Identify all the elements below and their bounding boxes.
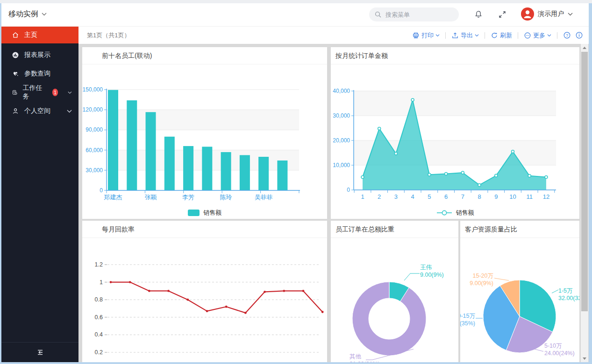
- panel-top10-employees-bar-chart: 前十名员工(联动) 150,000120,00090,00060,00030,0…: [82, 47, 327, 219]
- bar-1[interactable]: [127, 100, 137, 190]
- svg-text:8: 8: [478, 193, 481, 200]
- search-input[interactable]: [385, 11, 452, 19]
- scroll-up-arrow[interactable]: [581, 44, 588, 51]
- svg-text:1: 1: [100, 279, 103, 286]
- data-point-7[interactable]: [478, 183, 481, 186]
- data-point-5[interactable]: [206, 310, 208, 312]
- panel-employee-order-share-donut-chart: 员工订单在总额比重 王伟 9.00(9%) 其他 91.00(91%): [331, 221, 458, 362]
- svg-text:12: 12: [543, 193, 549, 200]
- data-point-10[interactable]: [528, 175, 531, 177]
- sidebar-item-reports[interactable]: 报表展示: [1, 46, 78, 64]
- data-point-3[interactable]: [411, 98, 414, 101]
- window-top-edge: [0, 0, 592, 3]
- refresh-button[interactable]: 刷新: [491, 31, 512, 40]
- search-box[interactable]: [369, 7, 459, 21]
- area-chart-svg[interactable]: 40,00030,00020,00010,0000123456789101112: [331, 64, 579, 219]
- data-point-8[interactable]: [264, 291, 266, 293]
- panel-monthly-order-amount-area-chart: 按月统计订单金额 40,00030,00020,00010,0000123456…: [331, 47, 579, 219]
- svg-text:5: 5: [428, 193, 431, 200]
- data-point-10[interactable]: [302, 290, 305, 292]
- pie-label-10-15: 10-15万 35.00(35%): [460, 312, 475, 327]
- bar-6[interactable]: [221, 152, 231, 190]
- data-point-0[interactable]: [110, 281, 112, 283]
- chart-title: 前十名员工(联动): [82, 47, 327, 64]
- report-icon: [12, 51, 19, 59]
- help-button[interactable]: ?: [563, 31, 571, 39]
- export-icon: [451, 32, 459, 39]
- data-point-5[interactable]: [445, 173, 448, 175]
- data-point-3[interactable]: [167, 290, 170, 292]
- app-title[interactable]: 移动实例: [8, 9, 47, 19]
- data-point-0[interactable]: [361, 175, 364, 178]
- data-point-11[interactable]: [321, 311, 324, 313]
- fullscreen-icon[interactable]: [498, 10, 506, 21]
- chevron-down-icon: [42, 13, 47, 16]
- donut-chart-svg[interactable]: [331, 238, 458, 362]
- sidebar-item-home[interactable]: 主页: [1, 27, 78, 43]
- more-button[interactable]: 更多: [524, 31, 551, 40]
- sidebar-item-param-query[interactable]: 参数查询: [1, 64, 78, 83]
- data-point-11[interactable]: [545, 175, 548, 178]
- donut-label-other: 其他 91.00(91%): [349, 353, 380, 362]
- bar-chart-legend[interactable]: 销售额: [82, 209, 327, 217]
- data-point-2[interactable]: [148, 290, 150, 292]
- collapse-sidebar-button[interactable]: [1, 342, 78, 362]
- data-point-6[interactable]: [225, 306, 228, 308]
- svg-text:30,000: 30,000: [333, 112, 350, 119]
- svg-text:3: 3: [394, 193, 398, 200]
- info-button[interactable]: [575, 31, 583, 39]
- data-point-1[interactable]: [129, 281, 131, 283]
- bar-chart-svg[interactable]: 150,000120,00090,00060,00030,0000郑建杰张颖李芳…: [82, 64, 327, 219]
- data-point-1[interactable]: [378, 127, 381, 130]
- export-button[interactable]: 导出: [451, 31, 479, 40]
- bar-5[interactable]: [202, 147, 212, 190]
- bar-7[interactable]: [240, 155, 250, 190]
- bar-3[interactable]: [164, 137, 175, 190]
- svg-text:10: 10: [509, 193, 516, 200]
- chevron-down-icon[interactable]: [68, 91, 72, 94]
- data-point-4[interactable]: [428, 173, 431, 176]
- chart-title: 每月回款率: [82, 221, 327, 238]
- line-chart-svg[interactable]: 1.210.80.60.40.2: [82, 238, 327, 362]
- svg-text:0.8: 0.8: [95, 296, 103, 303]
- data-point-7[interactable]: [244, 312, 247, 314]
- dashboard-content: 前十名员工(联动) 150,000120,00090,00060,00030,0…: [78, 44, 589, 362]
- task-count-badge: 1: [52, 89, 58, 96]
- bar-4[interactable]: [183, 146, 193, 190]
- data-point-9[interactable]: [511, 150, 514, 153]
- svg-text:20,000: 20,000: [333, 137, 350, 144]
- scroll-down-arrow[interactable]: [581, 355, 588, 362]
- data-point-6[interactable]: [461, 171, 464, 174]
- chevron-down-icon[interactable]: [67, 110, 72, 113]
- more-icon: [524, 32, 531, 39]
- sidebar-item-tasks[interactable]: 工作任务 1: [1, 83, 78, 102]
- user-menu[interactable]: 演示用户: [521, 7, 573, 21]
- chevron-down-icon: [475, 34, 479, 37]
- bar-0[interactable]: [108, 90, 118, 190]
- data-point-9[interactable]: [283, 290, 285, 292]
- chart-title: 员工订单在总额比重: [331, 221, 458, 238]
- bar-8[interactable]: [258, 157, 269, 190]
- refresh-icon: [491, 32, 498, 39]
- more-label: 更多: [533, 31, 545, 40]
- svg-text:陈玲: 陈玲: [220, 194, 232, 201]
- notification-bell-icon[interactable]: [474, 10, 483, 21]
- vertical-scrollbar[interactable]: [581, 44, 588, 362]
- data-point-4[interactable]: [186, 299, 189, 301]
- bar-9[interactable]: [277, 161, 287, 190]
- data-point-2[interactable]: [394, 152, 397, 155]
- bar-2[interactable]: [146, 112, 156, 190]
- svg-text:?: ?: [566, 33, 568, 38]
- avatar: [521, 7, 534, 21]
- donut-slice-1[interactable]: [352, 282, 426, 356]
- area-chart-legend[interactable]: 销售额: [331, 209, 579, 217]
- svg-text:张颖: 张颖: [145, 194, 157, 201]
- chevron-down-icon: [435, 34, 440, 37]
- svg-text:10,000: 10,000: [333, 162, 350, 168]
- scrollbar-thumb[interactable]: [581, 52, 588, 311]
- data-point-8[interactable]: [495, 174, 498, 177]
- pie-label-1-5: 1-5万 32.00(32%): [558, 287, 579, 302]
- print-button[interactable]: 打印: [412, 31, 440, 40]
- user-icon: [12, 107, 19, 115]
- sidebar-item-personal-space[interactable]: 个人空间: [1, 102, 78, 120]
